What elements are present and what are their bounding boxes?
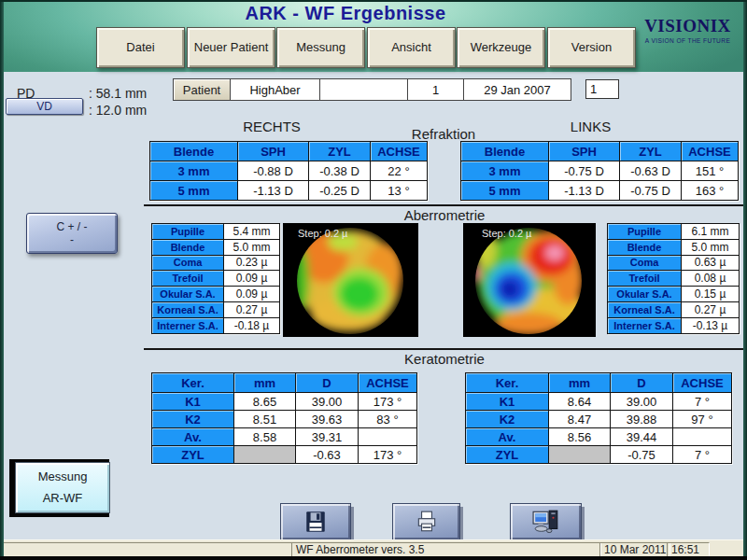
achse-value [359, 428, 417, 446]
col-header: D [296, 373, 359, 393]
achse-value: 151 ° [682, 161, 739, 181]
save-button[interactable] [280, 503, 351, 540]
row-label: Coma [608, 255, 682, 271]
map-step-label: Step: 0.2 µ [482, 228, 532, 239]
menu-button-messung[interactable]: Messung [276, 27, 365, 68]
table-row: Korneal S.A.0.27 µ [152, 301, 280, 317]
value-cell: 0.08 µ [682, 271, 740, 287]
patient-strip: Patient HighAber 1 29 Jan 2007 [173, 78, 571, 101]
table-row: 5 mm -1.13 D -0.25 D 13 ° [150, 181, 428, 201]
title-band: ARK - WF Ergebnisse Datei Neuer Patient … [0, 0, 747, 72]
achse-value: 83 ° [359, 411, 417, 428]
table-row: Blende5.0 mm [608, 239, 740, 255]
status-date: 10 Mar 2011 [599, 542, 670, 557]
achse-value: 173 ° [359, 446, 417, 464]
table-row: Coma0.63 µ [608, 255, 740, 271]
aberrometry-table-rechts: Pupille5.4 mm Blende5.0 mm Coma0.23 µ Tr… [151, 223, 280, 334]
heading-rechts: RECHTS [225, 119, 318, 134]
achse-value [673, 428, 732, 446]
row-label: Korneal S.A. [152, 301, 224, 317]
menu-button-version[interactable]: Version [547, 27, 636, 68]
achse-value: 22 ° [371, 161, 428, 181]
d-value: 39.44 [611, 428, 673, 446]
table-row: Interner S.A.-0.13 µ [608, 317, 740, 333]
value-cell: 5.0 mm [682, 239, 740, 255]
measure-ar-wf-button[interactable]: Messung AR-WF [15, 462, 110, 513]
value-cell: 0.09 µ [224, 271, 280, 287]
cylinder-sign-button[interactable]: C + / - - [26, 213, 118, 254]
achse-value: 13 ° [371, 181, 428, 201]
vd-value: : 12.0 mm [89, 103, 147, 118]
col-header: ZYL [620, 142, 682, 161]
achse-value: 7 ° [673, 446, 732, 464]
col-header: SPH [549, 142, 620, 161]
table-row: Korneal S.A.0.27 µ [608, 301, 740, 317]
cylinder-sign-sub: - [70, 233, 74, 246]
mm-value: 8.58 [234, 428, 296, 446]
zyl-value: -0.63 D [620, 161, 682, 181]
value-cell: 0.27 µ [224, 301, 280, 317]
col-header: Ker. [466, 373, 549, 393]
mm-value: 8.65 [234, 393, 296, 411]
measure-button-line1: Messung [38, 467, 88, 487]
value-cell: 0.23 µ [224, 255, 280, 271]
mm-value-disabled [549, 446, 611, 464]
row-label: Pupille [608, 224, 682, 240]
col-header: mm [549, 373, 611, 393]
row-label: 3 mm [461, 161, 549, 181]
wavefront-map-rechts: Step: 0.2 µ [283, 223, 418, 337]
zyl-value: -0.75 D [620, 181, 682, 201]
row-label: Okular S.A. [608, 287, 682, 302]
patient-button[interactable]: Patient [174, 79, 231, 100]
page-title: ARK - WF Ergebnisse [0, 3, 691, 24]
patient-empty-field[interactable] [320, 79, 408, 100]
achse-value: 7 ° [673, 393, 732, 411]
measurement-index-field[interactable]: 1 [585, 79, 619, 99]
table-row: Trefoil0.09 µ [152, 271, 280, 287]
brand-tagline: A VISION OF THE FUTURE [634, 37, 741, 44]
map-step-label: Step: 0.2 µ [298, 228, 348, 239]
menu-button-datei[interactable]: Datei [96, 27, 185, 68]
table-row: K2 8.51 39.63 83 ° [152, 411, 417, 428]
patient-number-field[interactable]: 1 [408, 79, 464, 100]
mm-value: 8.47 [549, 411, 611, 428]
d-value: -0.75 [611, 446, 673, 464]
status-bar: WF Aberrometer vers. 3.5 10 Mar 2011 16:… [0, 539, 747, 557]
status-time: 16:51 [667, 542, 710, 557]
row-label: Interner S.A. [608, 317, 682, 333]
col-header: mm [234, 373, 296, 393]
mm-value-disabled [234, 446, 296, 464]
print-button[interactable] [392, 503, 460, 540]
value-cell: -0.18 µ [224, 317, 280, 333]
vd-button[interactable]: VD [6, 98, 83, 115]
achse-value: 173 ° [359, 393, 417, 411]
col-header: SPH [238, 142, 309, 161]
patient-name-field[interactable]: HighAber [231, 79, 320, 100]
divider-keratometrie [144, 348, 743, 350]
window-border-right [743, 0, 747, 560]
menu-button-neuer-patient[interactable]: Neuer Patient [187, 27, 275, 68]
patient-date-field[interactable]: 29 Jan 2007 [464, 79, 571, 100]
col-header: ACHSE [682, 142, 739, 161]
row-label: K1 [152, 393, 234, 411]
row-label: Trefoil [152, 271, 224, 287]
menu-button-werkzeuge[interactable]: Werkzeuge [457, 27, 545, 68]
printer-icon [415, 510, 439, 534]
menu-button-ansicht[interactable]: Ansicht [367, 27, 456, 68]
table-row: 3 mm -0.75 D -0.63 D 151 ° [461, 161, 739, 181]
heading-links: LINKS [546, 119, 635, 134]
row-label: Trefoil [608, 271, 682, 287]
value-cell: 0.63 µ [682, 255, 740, 271]
app-window: ARK - WF Ergebnisse Datei Neuer Patient … [0, 0, 747, 560]
value-cell: 5.0 mm [224, 239, 280, 255]
heading-aberrometrie: Aberrometrie [145, 207, 744, 223]
zyl-value: -0.25 D [309, 181, 371, 201]
d-value: 39.88 [611, 411, 673, 428]
row-label: ZYL [466, 446, 549, 464]
export-button[interactable] [510, 503, 582, 540]
measure-button-line2: AR-WF [43, 488, 83, 509]
brand-name: VISIONIX [634, 16, 741, 36]
value-cell: 5.4 mm [224, 224, 280, 240]
row-label: Blende [152, 239, 224, 255]
col-header: Blende [150, 142, 238, 161]
